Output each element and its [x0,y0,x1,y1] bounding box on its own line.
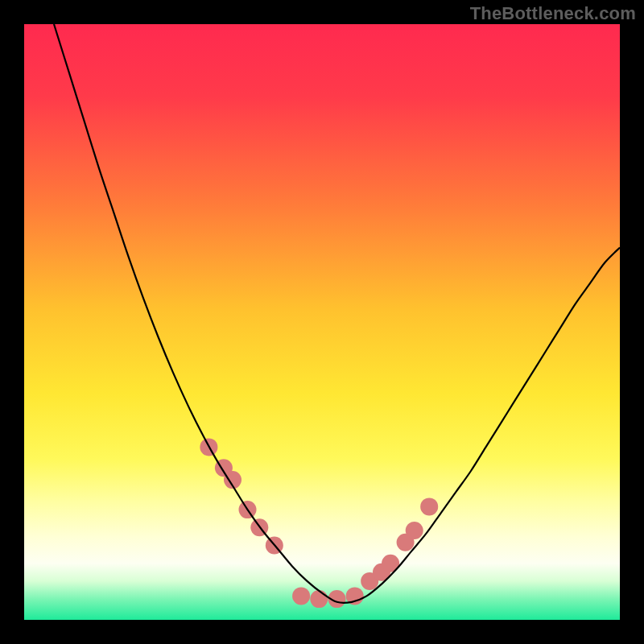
chart-container: TheBottleneck.com [0,0,644,644]
marker-dot [420,497,438,515]
marker-dot [310,590,328,608]
chart-svg [24,24,620,620]
gradient-background [24,24,620,620]
marker-dot [292,587,310,605]
plot-area [24,24,620,620]
marker-dot [406,522,423,539]
watermark-text: TheBottleneck.com [470,3,636,24]
